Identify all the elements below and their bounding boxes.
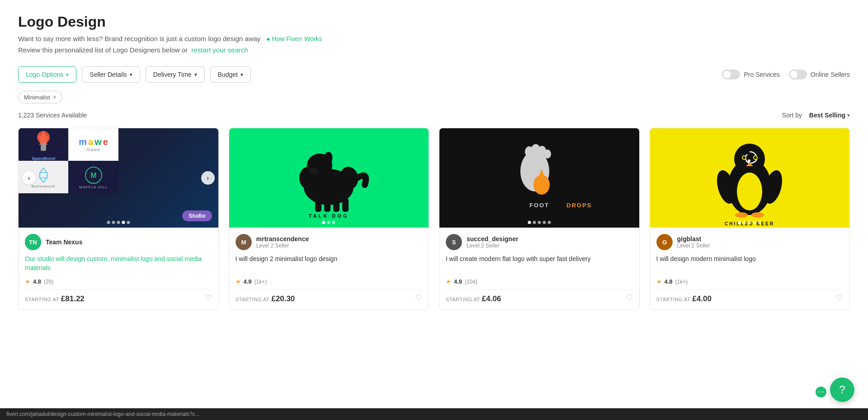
results-count: 1,223 Services Available xyxy=(18,112,87,119)
results-bar: 1,223 Services Available Sort by Best Se… xyxy=(18,112,850,119)
star-icon: ★ xyxy=(236,278,241,285)
seller-info-1: TN Team Nexus xyxy=(25,234,212,250)
sort-dropdown[interactable]: Best Selling ▾ xyxy=(809,112,850,119)
heart-button-4[interactable]: ♡ xyxy=(836,293,843,303)
star-icon: ★ xyxy=(446,278,451,285)
svg-text:FOOT: FOOT xyxy=(529,202,549,209)
how-fiverr-works-link[interactable]: How Fiverr Works xyxy=(266,35,322,42)
card-body-4: G gigblast Level 2 Seller I will design … xyxy=(650,228,850,310)
heart-button-2[interactable]: ♡ xyxy=(415,293,422,303)
page-description: Review this personalized list of Logo De… xyxy=(18,46,850,54)
price-1: £81.22 xyxy=(61,294,85,303)
restart-search-link[interactable]: restart your search xyxy=(192,46,248,54)
card-image-4[interactable]: CHILLED BEER xyxy=(650,128,850,228)
gig-title-4[interactable]: I will design modern minimalist logo xyxy=(656,255,844,273)
svg-rect-16 xyxy=(333,198,340,212)
svg-point-47 xyxy=(754,156,757,159)
remove-filter-icon[interactable]: × xyxy=(53,93,57,101)
star-icon: ★ xyxy=(656,278,662,285)
filter-logo-options[interactable]: Logo Options ▾ xyxy=(18,66,76,83)
star-icon: ★ xyxy=(25,278,30,285)
svg-text:DROPS: DROPS xyxy=(566,202,592,209)
svg-text:G: G xyxy=(662,239,666,246)
card-dots-4 xyxy=(738,221,761,224)
sort-arrow-icon: ▾ xyxy=(847,112,850,118)
svg-point-41 xyxy=(737,173,762,210)
rating-row-3: ★ 4.9 (104) xyxy=(446,278,633,285)
filters-row: Logo Options ▾ Seller Details ▾ Delivery… xyxy=(18,66,850,83)
card-dots-3 xyxy=(528,221,551,224)
online-sellers-toggle[interactable] xyxy=(789,70,807,79)
gig-title-2[interactable]: I will design 2 minimalist logo design xyxy=(236,255,423,273)
svg-rect-2 xyxy=(41,143,46,151)
avatar-1: TN xyxy=(25,234,41,250)
page-title: Logo Design xyxy=(18,14,850,30)
rating-row-2: ★ 4.9 (1k+) xyxy=(236,278,423,285)
svg-text:TN: TN xyxy=(29,239,37,246)
rating-val-1: 4.8 xyxy=(33,278,41,285)
svg-rect-15 xyxy=(324,198,330,212)
rating-count-3: (104) xyxy=(465,279,477,285)
toggles-row: Pro Services Online Sellers xyxy=(722,70,850,79)
chevron-down-icon: ▾ xyxy=(66,72,69,78)
seller-name-2: mrtranscendence xyxy=(256,235,309,243)
svg-marker-3 xyxy=(40,168,47,182)
card-image-3[interactable]: FOOT DROPS xyxy=(439,128,639,228)
svg-text:TALK DOG: TALK DOG xyxy=(309,213,349,219)
filter-seller-details[interactable]: Seller Details ▾ xyxy=(82,66,140,83)
rating-val-2: 4.9 xyxy=(244,278,252,285)
chevron-down-icon: ▾ xyxy=(130,72,132,78)
chevron-down-icon: ▾ xyxy=(194,72,197,78)
card-prev-btn-1[interactable]: ‹ xyxy=(22,171,36,185)
pro-services-toggle[interactable] xyxy=(722,70,740,79)
gig-card-2: TALK DOG M mrtran xyxy=(229,128,429,310)
rating-row-1: ★ 4.8 (28) xyxy=(25,278,212,285)
svg-point-30 xyxy=(544,149,551,159)
card-body-3: S succed_designer Level 2 Seller I will … xyxy=(439,228,639,310)
seller-info-3: S succed_designer Level 2 Seller xyxy=(446,234,633,250)
gig-card-1: SpaceBoost m a w e mawe xyxy=(18,128,219,310)
seller-name-4: gigblast xyxy=(677,235,710,243)
chevron-down-icon: ▾ xyxy=(241,72,243,78)
seller-info-4: G gigblast Level 2 Seller xyxy=(656,234,844,250)
card-body-1: TN Team Nexus Our studio will design cus… xyxy=(19,228,218,310)
card-body-2: M mrtranscendence Level 2 Seller I will … xyxy=(229,228,429,310)
sort-by-row: Sort by Best Selling ▾ xyxy=(782,112,850,119)
avatar-2: M xyxy=(236,234,252,250)
svg-text:M: M xyxy=(90,172,96,179)
rating-val-4: 4.8 xyxy=(665,278,673,285)
gig-card-4: CHILLED BEER G xyxy=(650,128,850,310)
card-image-1[interactable]: SpaceBoost m a w e mawe xyxy=(19,128,218,228)
gig-title-1[interactable]: Our studio will design custom, minimalis… xyxy=(25,255,212,273)
card-image-2[interactable]: TALK DOG xyxy=(229,128,429,228)
svg-text:M: M xyxy=(241,239,246,246)
rating-count-4: (1k+) xyxy=(675,279,688,285)
price-row-2: STARTING AT £20.30 xyxy=(236,289,423,303)
gig-title-3[interactable]: I will create modern flat logo with supe… xyxy=(446,255,633,273)
rating-count-2: (1k+) xyxy=(255,279,267,285)
page-subtitle: Want to say more with less? Brand recogn… xyxy=(18,35,850,42)
studio-badge: Studio xyxy=(182,210,212,221)
seller-info-2: M mrtranscendence Level 2 Seller xyxy=(236,234,423,250)
filter-tag-minimalist[interactable]: Minimalist × xyxy=(18,91,62,103)
gig-card-3: FOOT DROPS S xyxy=(439,128,640,310)
svg-point-46 xyxy=(743,156,745,159)
price-4: £4.00 xyxy=(692,294,712,303)
heart-button-3[interactable]: ♡ xyxy=(626,293,633,303)
cards-grid: SpaceBoost m a w e mawe xyxy=(18,128,850,310)
filter-delivery-time[interactable]: Delivery Time ▾ xyxy=(146,66,205,83)
rating-count-1: (28) xyxy=(44,279,53,285)
seller-name-1: Team Nexus xyxy=(46,238,82,246)
rating-row-4: ★ 4.8 (1k+) xyxy=(656,278,844,285)
svg-rect-14 xyxy=(315,198,321,212)
seller-level-3: Level 2 Seller xyxy=(467,243,518,249)
heart-button-1[interactable]: ♡ xyxy=(205,293,212,303)
svg-point-49 xyxy=(735,212,748,218)
filter-budget[interactable]: Budget ▾ xyxy=(210,66,251,83)
active-filters: Minimalist × xyxy=(18,91,850,103)
svg-point-40 xyxy=(748,159,750,162)
price-3: £4.06 xyxy=(482,294,501,303)
card-next-btn-1[interactable]: › xyxy=(201,171,215,185)
seller-name-3: succed_designer xyxy=(467,235,518,243)
rating-val-3: 4.9 xyxy=(454,278,462,285)
